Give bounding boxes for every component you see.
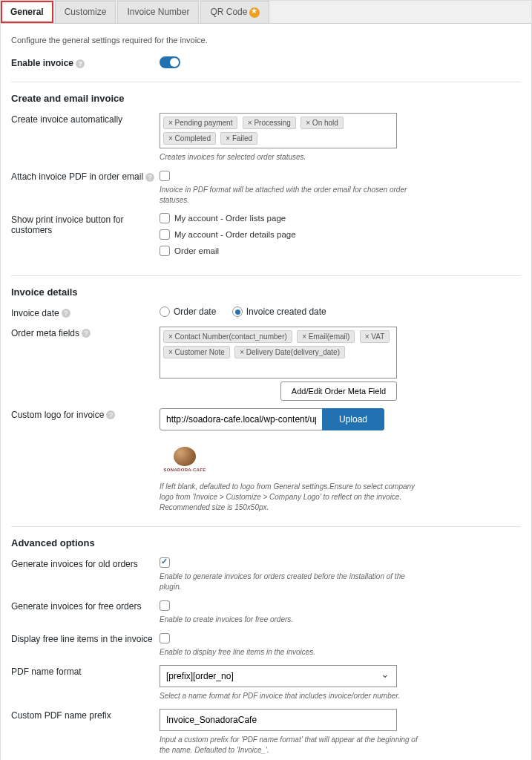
meta-tag[interactable]: × Email(email) <box>297 330 355 343</box>
prefix-label: Custom PDF name prefix <box>11 709 160 721</box>
attach-pdf-label: Attach invoice PDF in order email? <box>11 170 160 182</box>
create-auto-tagbox[interactable]: × Pending payment × Processing × On hold… <box>160 113 397 148</box>
status-tag[interactable]: × Completed <box>163 132 216 145</box>
create-auto-label: Create invoice automatically <box>11 113 160 125</box>
print-opt1-checkbox[interactable] <box>160 213 170 223</box>
status-tag[interactable]: × Failed <box>220 132 257 145</box>
attach-pdf-checkbox[interactable] <box>160 171 170 181</box>
disp-free-checkbox[interactable] <box>160 633 170 643</box>
logo-preview: SONADORA·CAFE <box>160 441 210 478</box>
meta-tag[interactable]: × VAT <box>360 330 390 343</box>
prefix-input[interactable] <box>160 709 397 731</box>
print-opt3-text: Order email <box>174 246 219 255</box>
enable-invoice-label: Enable invoice? <box>11 56 160 68</box>
print-opt2-text: My account - Order details page <box>174 230 296 239</box>
meta-fields-tagbox[interactable]: × Contact Number(contact_number) × Email… <box>160 327 397 379</box>
enable-invoice-toggle[interactable] <box>160 56 180 68</box>
logo-image-icon <box>174 447 196 466</box>
tab-invoice-number[interactable]: Invoice Number <box>117 1 199 23</box>
tab-general[interactable]: General <box>1 1 53 23</box>
status-tag[interactable]: × Pending payment <box>163 117 237 129</box>
invoice-date-created-radio[interactable] <box>232 307 243 317</box>
gen-old-label: Generate invoices for old orders <box>11 557 160 569</box>
disp-free-desc: Enable to display free line items in the… <box>160 647 419 658</box>
pdf-name-select[interactable]: [prefix][order_no] <box>160 665 397 687</box>
intro-text: Configure the general settings required … <box>11 36 521 45</box>
premium-icon <box>249 7 260 18</box>
radio-label: Order date <box>174 307 216 317</box>
meta-fields-label: Order meta fields? <box>11 327 160 338</box>
gen-free-checkbox[interactable] <box>160 600 170 611</box>
help-icon[interactable]: ? <box>62 309 70 318</box>
gen-free-label: Generate invoices for free orders <box>11 600 160 612</box>
invoice-date-order-radio[interactable] <box>160 307 170 317</box>
print-opt1-text: My account - Order lists page <box>174 214 286 223</box>
meta-tag[interactable]: × Contact Number(contact_number) <box>163 330 292 343</box>
help-icon[interactable]: ? <box>106 410 115 419</box>
print-opt3-checkbox[interactable] <box>160 246 170 256</box>
tabs: General Customize Invoice Number QR Code <box>1 1 531 24</box>
meta-tag[interactable]: × Delivery Date(delivery_date) <box>234 346 345 358</box>
print-opt2-checkbox[interactable] <box>160 229 170 240</box>
section-advanced: Advanced options <box>11 537 521 548</box>
tab-customize[interactable]: Customize <box>55 1 116 23</box>
pdf-name-label: PDF name format <box>11 665 160 677</box>
add-edit-meta-button[interactable]: Add/Edit Order Meta Field <box>280 381 397 401</box>
section-invoice-details: Invoice details <box>11 286 521 298</box>
status-tag[interactable]: × Processing <box>243 117 296 129</box>
help-icon[interactable]: ? <box>82 329 91 338</box>
create-auto-desc: Creates invoices for selected order stat… <box>160 152 419 163</box>
section-create-email: Create and email invoice <box>11 93 521 104</box>
logo-url-input[interactable] <box>160 408 323 430</box>
gen-free-desc: Enable to create invoices for free order… <box>160 615 419 625</box>
custom-logo-label: Custom logo for invoice? <box>11 408 160 420</box>
invoice-date-label: Invoice date? <box>11 307 160 318</box>
gen-old-checkbox[interactable] <box>160 557 170 568</box>
print-button-label: Show print invoice button for customers <box>11 213 160 235</box>
status-tag[interactable]: × On hold <box>301 117 344 129</box>
prefix-desc: Input a custom prefix for 'PDF name form… <box>160 735 419 756</box>
pdf-name-desc: Select a name format for PDF invoice tha… <box>160 691 419 701</box>
custom-logo-desc: If left blank, defaulted to logo from Ge… <box>160 482 419 513</box>
logo-brand-text: SONADORA·CAFE <box>164 468 206 472</box>
radio-label: Invoice created date <box>246 307 326 317</box>
disp-free-label: Display free line items in the invoice <box>11 632 160 644</box>
gen-old-desc: Enable to generate invoices for orders c… <box>160 571 419 592</box>
attach-pdf-desc: Invoice in PDF format will be attached w… <box>160 185 419 206</box>
upload-button[interactable]: Upload <box>322 408 384 430</box>
help-icon[interactable]: ? <box>76 59 85 68</box>
tab-qr-code[interactable]: QR Code <box>200 1 269 23</box>
meta-tag[interactable]: × Customer Note <box>163 346 230 358</box>
help-icon[interactable]: ? <box>145 173 154 182</box>
